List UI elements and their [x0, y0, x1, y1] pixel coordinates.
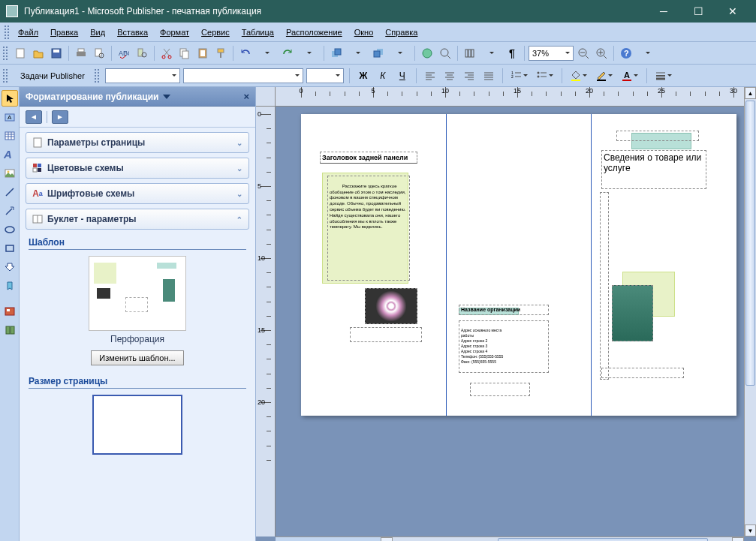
help-dropdown[interactable]: [636, 45, 658, 62]
menu-insert[interactable]: Вставка: [111, 26, 154, 39]
minimize-button[interactable]: ─: [646, 0, 681, 23]
cut-button[interactable]: [158, 45, 175, 62]
font-color-button[interactable]: A: [619, 68, 641, 84]
oval-tool[interactable]: [2, 221, 18, 238]
print-button[interactable]: [73, 45, 89, 62]
menu-format[interactable]: Формат: [154, 26, 195, 39]
scroll-left-button[interactable]: ◄: [381, 537, 393, 541]
align-left-button[interactable]: [422, 68, 438, 84]
redo-dropdown[interactable]: [297, 45, 320, 62]
bookmark-tool[interactable]: [2, 278, 18, 294]
back-body-box[interactable]: Расскажите здесь краткое обобщение об эт…: [327, 176, 410, 281]
format-painter-button[interactable]: [212, 45, 229, 62]
design-gallery-tool[interactable]: [2, 303, 18, 320]
columns-dropdown[interactable]: [480, 45, 502, 62]
align-center-button[interactable]: [441, 68, 458, 84]
fmtbar-handle1[interactable]: [3, 69, 8, 83]
hscroll-thumb[interactable]: [498, 538, 708, 541]
zoom-out-button[interactable]: [575, 45, 592, 62]
menu-table[interactable]: Таблица: [236, 26, 280, 39]
numbering-button[interactable]: 12: [508, 68, 531, 84]
front-title-box[interactable]: Сведения о товаре или услуге: [601, 150, 706, 189]
change-template-button[interactable]: Изменить шаблон...: [91, 350, 183, 365]
fmtbar-handle2[interactable]: [95, 69, 99, 83]
pointer-tool[interactable]: [2, 90, 18, 107]
copy-button[interactable]: [176, 45, 193, 62]
help-button[interactable]: ?: [618, 45, 634, 62]
line-color-button[interactable]: [593, 68, 616, 84]
table-tool[interactable]: [2, 128, 18, 144]
bring-forward-button[interactable]: [328, 45, 345, 62]
taskpane-close-button[interactable]: ×: [243, 91, 249, 102]
back-caption-box[interactable]: [350, 327, 422, 342]
fontsize-combo[interactable]: [306, 68, 344, 83]
send-backward-dropdown[interactable]: [388, 45, 411, 62]
front-org-box[interactable]: [616, 131, 699, 141]
contact-box[interactable]: Адрес основного места работы Адрес строк…: [459, 320, 549, 373]
design-check-button[interactable]: [437, 45, 453, 62]
zoom-combo[interactable]: 37%: [529, 46, 574, 61]
paragraph-marks-button[interactable]: ¶: [504, 45, 520, 62]
autoshapes-tool[interactable]: [2, 259, 18, 275]
textbox-tool[interactable]: A: [2, 109, 18, 125]
arrow-tool[interactable]: [2, 203, 18, 219]
motto-box[interactable]: [470, 383, 530, 396]
flower-image[interactable]: [365, 288, 417, 324]
bold-button[interactable]: Ж: [355, 68, 372, 84]
maximize-button[interactable]: ☐: [681, 0, 715, 23]
style-combo[interactable]: [105, 68, 180, 83]
send-backward-button[interactable]: [370, 45, 387, 62]
paste-button[interactable]: [194, 45, 211, 62]
spellcheck-button[interactable]: ABC: [116, 45, 132, 62]
scroll-down-button[interactable]: ▼: [745, 524, 756, 536]
new-button[interactable]: [12, 45, 29, 62]
menu-help[interactable]: Справка: [379, 26, 423, 39]
accordion-font-schemes[interactable]: Aa Шрифтовые схемы ⌄: [26, 183, 249, 204]
scroll-up-button[interactable]: ▲: [745, 87, 756, 99]
wordart-tool[interactable]: A: [2, 146, 18, 163]
accordion-color-schemes[interactable]: Цветовые схемы ⌄: [26, 158, 249, 179]
taskpane-back-button[interactable]: ◄: [26, 110, 42, 124]
zoom-in-button[interactable]: [593, 45, 610, 62]
item-catalog-tool[interactable]: [2, 322, 18, 338]
horizontal-ruler[interactable]: 051015202530: [276, 87, 744, 107]
back-heading-box[interactable]: Заголовок задней панели: [320, 152, 417, 164]
accordion-page-options[interactable]: Параметры страницы ⌄: [26, 132, 249, 153]
accordion-booklet-options[interactable]: Буклет - параметры ⌄: [26, 209, 249, 230]
menu-layout[interactable]: Расположение: [280, 26, 348, 39]
menu-view[interactable]: Вид: [84, 26, 111, 39]
menubar-handle[interactable]: [5, 26, 9, 39]
menu-file[interactable]: Файл: [12, 26, 44, 39]
undo-button[interactable]: [237, 45, 254, 62]
bring-forward-dropdown[interactable]: [346, 45, 369, 62]
vertical-scrollbar[interactable]: ▲ ▼: [744, 87, 756, 536]
vertical-ruler[interactable]: 05101520: [256, 107, 276, 536]
fill-color-button[interactable]: [568, 68, 590, 84]
line-style-button[interactable]: [652, 68, 675, 84]
menu-edit[interactable]: Правка: [44, 26, 84, 39]
columns-button[interactable]: [462, 45, 478, 62]
door-image[interactable]: [612, 285, 653, 341]
open-button[interactable]: [30, 45, 47, 62]
research-button[interactable]: [134, 45, 150, 62]
redo-button[interactable]: [279, 45, 296, 62]
taskpane-dropdown-icon[interactable]: [163, 95, 170, 99]
template-thumbnail[interactable]: [89, 256, 186, 331]
save-button[interactable]: [48, 45, 65, 62]
scroll-right-button[interactable]: ►: [732, 537, 744, 541]
toolbar-handle[interactable]: [3, 47, 8, 60]
align-right-button[interactable]: [461, 68, 477, 84]
line-tool[interactable]: [2, 184, 18, 200]
underline-button[interactable]: Ч: [394, 68, 411, 84]
horizontal-scrollbar[interactable]: ◄ ►: [276, 536, 744, 541]
close-button[interactable]: ✕: [715, 0, 750, 23]
page-size-preview[interactable]: [92, 395, 182, 455]
menu-tools[interactable]: Сервис: [195, 26, 236, 39]
publisher-tasks-button[interactable]: Задачи Publisher: [14, 69, 92, 83]
menu-window[interactable]: Окно: [348, 26, 380, 39]
bullets-button[interactable]: [534, 68, 556, 84]
publication-page[interactable]: Заголовок задней панели Расскажите здесь…: [301, 114, 736, 416]
picture-tool[interactable]: [2, 165, 18, 182]
undo-dropdown[interactable]: [255, 45, 278, 62]
vertical-strip[interactable]: [600, 192, 609, 380]
